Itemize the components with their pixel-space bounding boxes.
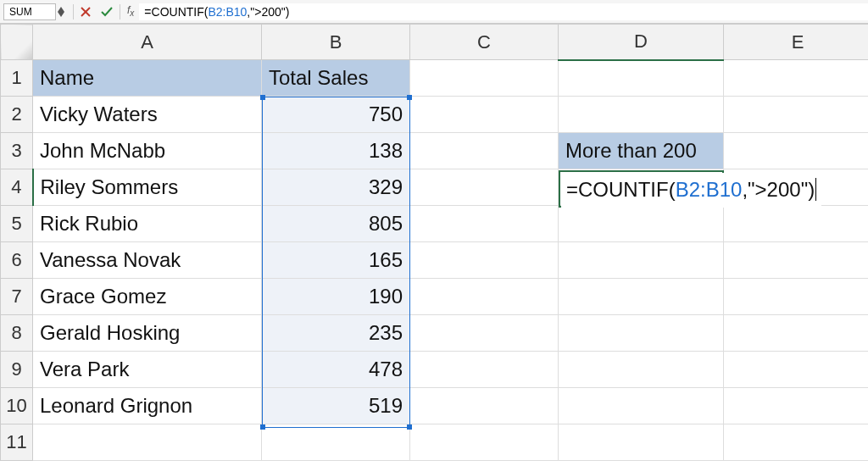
- formula-text-ref: B2:B10: [208, 5, 247, 19]
- cell-B7[interactable]: 190: [262, 279, 410, 315]
- select-all-corner[interactable]: [1, 25, 33, 60]
- cell-C11[interactable]: [410, 424, 559, 461]
- cell-E11[interactable]: [724, 424, 869, 461]
- cell-E5[interactable]: [724, 206, 869, 242]
- cell-D8[interactable]: [559, 315, 724, 352]
- cell-E8[interactable]: [724, 315, 869, 352]
- row-head-5[interactable]: 5: [1, 206, 33, 242]
- cell-C6[interactable]: [410, 242, 559, 279]
- cell-A6[interactable]: Vanessa Novak: [33, 242, 262, 279]
- cell-A8[interactable]: Gerald Hosking: [33, 315, 262, 352]
- x-icon: [81, 7, 91, 17]
- formula-bar: SUM fx =COUNTIF(B2:B10,">200"): [0, 0, 868, 24]
- row-head-9[interactable]: 9: [1, 352, 33, 388]
- editor-ref: B2:B10: [676, 178, 743, 201]
- cell-A5[interactable]: Rick Rubio: [33, 206, 262, 242]
- cell-D9[interactable]: [559, 352, 724, 388]
- svg-marker-1: [58, 12, 64, 17]
- cell-B9[interactable]: 478: [262, 352, 410, 388]
- name-box[interactable]: SUM: [3, 3, 56, 20]
- row-head-8[interactable]: 8: [1, 315, 33, 352]
- row-head-6[interactable]: 6: [1, 242, 33, 279]
- cell-B8[interactable]: 235: [262, 315, 410, 352]
- cell-E3[interactable]: [724, 133, 869, 169]
- formula-text-prefix: =COUNTIF(: [144, 5, 208, 19]
- col-head-B[interactable]: B: [262, 25, 410, 60]
- editor-suffix: ,">200"): [742, 178, 815, 201]
- chevron-down-icon: [58, 12, 64, 17]
- separator: [73, 4, 74, 19]
- cell-D6[interactable]: [559, 242, 724, 279]
- cell-B10[interactable]: 519: [262, 388, 410, 424]
- cell-C3[interactable]: [410, 133, 559, 169]
- editor-prefix: =COUNTIF(: [566, 178, 676, 201]
- cell-C10[interactable]: [410, 388, 559, 424]
- cell-D1[interactable]: [559, 60, 724, 97]
- cell-A2[interactable]: Vicky Waters: [33, 97, 262, 133]
- confirm-button[interactable]: [96, 0, 118, 23]
- row-head-3[interactable]: 3: [1, 133, 33, 169]
- cell-A9[interactable]: Vera Park: [33, 352, 262, 388]
- cell-D3[interactable]: More than 200: [559, 133, 724, 169]
- cell-A1[interactable]: Name: [33, 60, 262, 97]
- row-head-4[interactable]: 4: [1, 169, 33, 206]
- row-head-7[interactable]: 7: [1, 279, 33, 315]
- cell-D7[interactable]: [559, 279, 724, 315]
- cell-B4[interactable]: 329: [262, 169, 410, 206]
- cell-A11[interactable]: [33, 424, 262, 461]
- col-head-C[interactable]: C: [410, 25, 559, 60]
- cell-D11[interactable]: [559, 424, 724, 461]
- cell-E2[interactable]: [724, 97, 869, 133]
- col-head-E[interactable]: E: [724, 25, 869, 60]
- col-head-D[interactable]: D: [559, 25, 724, 60]
- cell-D10[interactable]: [559, 388, 724, 424]
- cell-E7[interactable]: [724, 279, 869, 315]
- cell-A3[interactable]: John McNabb: [33, 133, 262, 169]
- cell-C2[interactable]: [410, 97, 559, 133]
- active-cell-editor[interactable]: =COUNTIF(B2:B10,">200"): [561, 173, 821, 208]
- spreadsheet-grid[interactable]: A B C D E 1 Name Total Sales 2 Vicky Wat…: [0, 24, 868, 461]
- row-head-11[interactable]: 11: [1, 424, 33, 461]
- check-icon: [101, 7, 113, 17]
- separator: [120, 4, 120, 19]
- cell-D2[interactable]: [559, 97, 724, 133]
- cell-A4[interactable]: Riley Sommers: [33, 169, 262, 206]
- cell-E9[interactable]: [724, 352, 869, 388]
- cell-B6[interactable]: 165: [262, 242, 410, 279]
- cell-E1[interactable]: [724, 60, 869, 97]
- cell-A7[interactable]: Grace Gomez: [33, 279, 262, 315]
- row-head-2[interactable]: 2: [1, 97, 33, 133]
- cell-B3[interactable]: 138: [262, 133, 410, 169]
- cell-C8[interactable]: [410, 315, 559, 352]
- text-cursor: [815, 178, 816, 201]
- cell-D5[interactable]: [559, 206, 724, 242]
- col-head-A[interactable]: A: [33, 25, 262, 60]
- cell-C9[interactable]: [410, 352, 559, 388]
- cell-A10[interactable]: Leonard Grignon: [33, 388, 262, 424]
- formula-input[interactable]: =COUNTIF(B2:B10,">200"): [139, 3, 868, 20]
- cell-E6[interactable]: [724, 242, 869, 279]
- cell-C4[interactable]: [410, 169, 559, 206]
- name-box-stepper[interactable]: [58, 7, 64, 17]
- cell-C5[interactable]: [410, 206, 559, 242]
- row-head-10[interactable]: 10: [1, 388, 33, 424]
- cell-C7[interactable]: [410, 279, 559, 315]
- cell-C1[interactable]: [410, 60, 559, 97]
- cell-B2[interactable]: 750: [262, 97, 410, 133]
- cell-E10[interactable]: [724, 388, 869, 424]
- fx-icon[interactable]: fx: [122, 4, 139, 18]
- cell-B5[interactable]: 805: [262, 206, 410, 242]
- cell-B1[interactable]: Total Sales: [262, 60, 410, 97]
- formula-text-suffix: ,">200"): [247, 5, 289, 19]
- cancel-button[interactable]: [75, 0, 96, 23]
- cell-B11[interactable]: [262, 424, 410, 461]
- row-head-1[interactable]: 1: [1, 60, 33, 97]
